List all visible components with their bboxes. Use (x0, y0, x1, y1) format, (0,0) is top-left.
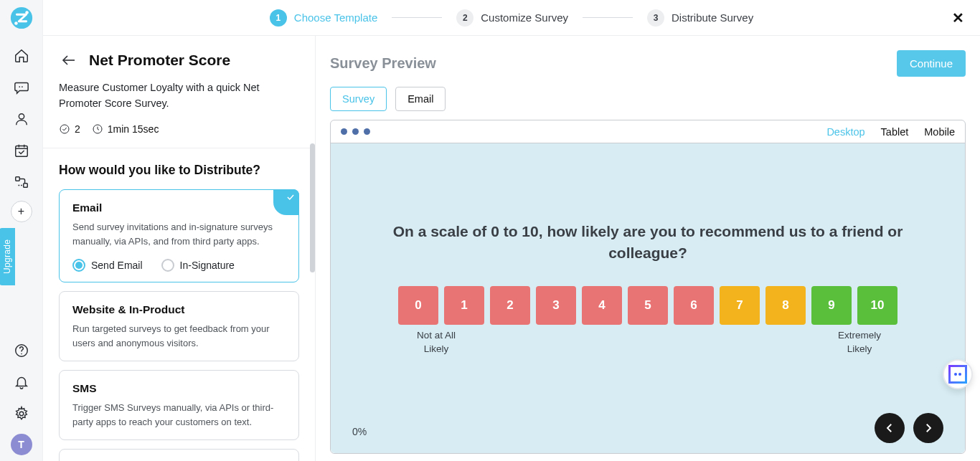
user-icon[interactable] (0, 103, 43, 135)
survey-preview-panel: Survey Preview Continue Survey Email Des… (316, 36, 980, 461)
nps-option-0[interactable]: 0 (398, 286, 438, 325)
help-icon[interactable] (0, 335, 43, 366)
nps-option-5[interactable]: 5 (628, 286, 668, 325)
step-distribute-survey[interactable]: 3 Distribute Survey (647, 9, 753, 27)
svg-point-5 (19, 114, 24, 119)
nps-scale: 0 1 2 3 4 5 6 7 8 9 10 (348, 286, 948, 325)
device-tab-mobile[interactable]: Mobile (924, 126, 955, 138)
card-title: Email (72, 201, 286, 214)
selected-check-icon (273, 189, 299, 215)
svg-point-3 (19, 86, 20, 87)
step-number: 3 (647, 9, 664, 27)
nps-option-3[interactable]: 3 (536, 286, 576, 325)
duration: 1min 15sec (92, 123, 159, 135)
svg-point-2 (14, 22, 18, 25)
device-tab-desktop[interactable]: Desktop (826, 126, 864, 138)
card-title: Website & In-Product (72, 303, 286, 316)
preview-shell: Desktop Tablet Mobile On a scale of 0 to… (330, 120, 966, 454)
nps-option-6[interactable]: 6 (674, 286, 714, 325)
user-avatar[interactable]: T (11, 434, 32, 455)
app-logo[interactable] (0, 0, 43, 36)
distribute-heading: How would you like to Distribute? (59, 163, 299, 178)
add-button[interactable]: + (11, 201, 32, 222)
step-label: Choose Template (294, 11, 377, 24)
back-button[interactable] (59, 50, 79, 70)
upgrade-tab[interactable]: Upgrade (0, 228, 15, 285)
template-description: Measure Customer Loyalty with a quick Ne… (59, 80, 299, 112)
close-icon[interactable]: ✕ (948, 9, 967, 27)
chat-icon[interactable] (0, 72, 43, 103)
svg-rect-8 (23, 184, 27, 188)
step-number: 2 (456, 9, 473, 27)
distribute-option-mobile-sdk[interactable]: In-App Mobile SDK Collect feedback from … (59, 449, 299, 461)
calendar-icon[interactable] (0, 135, 43, 166)
wizard-stepper-bar: 1 Choose Template 2 Customize Survey 3 D… (43, 0, 980, 36)
nps-option-9[interactable]: 9 (811, 286, 852, 325)
radio-in-signature[interactable]: In-Signature (161, 259, 235, 272)
radio-send-email[interactable]: Send Email (72, 259, 143, 272)
step-label: Customize Survey (481, 11, 568, 24)
distribute-option-sms[interactable]: SMS Trigger SMS Surveys manually, via AP… (59, 370, 299, 440)
svg-point-10 (21, 353, 22, 355)
nps-option-8[interactable]: 8 (765, 286, 806, 325)
preview-tab-email[interactable]: Email (395, 87, 446, 111)
continue-button[interactable]: Continue (897, 50, 966, 77)
card-description: Trigger SMS Surveys manually, via APIs o… (72, 401, 286, 429)
next-question-button[interactable] (913, 413, 943, 443)
step-customize-survey[interactable]: 2 Customize Survey (456, 9, 568, 27)
nps-option-2[interactable]: 2 (490, 286, 530, 325)
preview-tab-survey[interactable]: Survey (330, 87, 387, 111)
nps-option-10[interactable]: 10 (857, 286, 897, 325)
nps-label-high: Extremely Likely (834, 329, 885, 356)
window-dots-icon (341, 128, 370, 135)
svg-point-12 (60, 125, 69, 133)
distribute-option-email[interactable]: Email Send survey invitations and in-sig… (59, 189, 299, 282)
card-description: Run targeted surveys to get feedback fro… (72, 322, 286, 351)
question-count: 2 (59, 123, 80, 135)
prev-question-button[interactable] (875, 413, 905, 443)
template-config-panel: Net Promoter Score Measure Customer Loya… (43, 36, 316, 461)
svg-rect-7 (15, 177, 19, 181)
step-separator (583, 17, 633, 18)
svg-point-4 (22, 86, 23, 87)
svg-rect-6 (15, 146, 27, 157)
distribute-option-website[interactable]: Website & In-Product Run targeted survey… (59, 291, 299, 361)
step-number: 1 (270, 9, 287, 27)
settings-icon[interactable] (0, 398, 43, 429)
card-description: Send survey invitations and in-signature… (72, 220, 286, 249)
nps-option-7[interactable]: 7 (720, 286, 760, 325)
nps-question: On a scale of 0 to 10, how likely are yo… (375, 221, 920, 265)
survey-frame: On a scale of 0 to 10, how likely are yo… (331, 143, 965, 453)
step-choose-template[interactable]: 1 Choose Template (270, 9, 377, 27)
chat-fab[interactable] (943, 359, 973, 389)
step-label: Distribute Survey (672, 11, 753, 24)
notifications-icon[interactable] (0, 366, 43, 398)
svg-point-1 (25, 11, 29, 14)
device-tab-tablet[interactable]: Tablet (881, 126, 909, 138)
nps-option-1[interactable]: 1 (444, 286, 484, 325)
nps-option-4[interactable]: 4 (582, 286, 622, 325)
left-nav-rail: + Upgrade T (0, 0, 43, 461)
chat-icon (948, 365, 967, 384)
home-icon[interactable] (0, 40, 43, 72)
svg-point-11 (19, 412, 24, 416)
preview-title: Survey Preview (330, 55, 436, 72)
survey-progress: 0% (352, 426, 367, 437)
nps-label-low: Not at All Likely (411, 329, 461, 356)
template-title: Net Promoter Score (89, 52, 230, 69)
card-title: SMS (72, 382, 286, 395)
step-separator (392, 17, 442, 18)
scrollbar-thumb[interactable] (310, 143, 315, 272)
workflow-icon[interactable] (0, 166, 43, 198)
